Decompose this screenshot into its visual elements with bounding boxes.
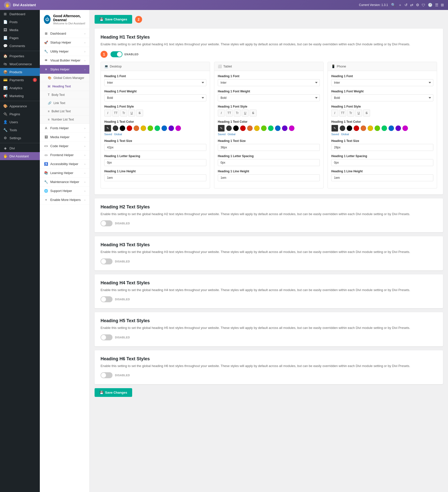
shield-icon[interactable]: 🛡 [422, 3, 425, 7]
desktop-font-select[interactable]: Inter [104, 79, 206, 86]
sub-nav-global-colors[interactable]: 🎨 Global Colors Manager [40, 74, 89, 82]
tablet-swatch-7[interactable] [268, 125, 274, 131]
h5-toggle[interactable] [101, 334, 112, 340]
phone-swatch-4[interactable] [361, 125, 366, 131]
underline-button-desktop[interactable]: U [128, 110, 135, 117]
sidebar-item-dashboard[interactable]: ⊞ Dashboard [0, 10, 40, 18]
phone-saved-link[interactable]: Saved [331, 133, 339, 136]
tablet-font-select[interactable]: Inter [218, 79, 320, 86]
phone-swatch-5[interactable] [368, 125, 373, 131]
desktop-eyedropper-btn[interactable]: ✎ [104, 125, 111, 132]
sidebar-item-media[interactable]: 🖼 Media [0, 26, 40, 34]
phone-swatch-6[interactable] [375, 125, 380, 131]
italic-button-phone[interactable]: I [331, 110, 338, 117]
uppercase-button-tablet[interactable]: TT [226, 110, 233, 117]
plugin-nav-accessibility-helper[interactable]: ♿ Accessibility Helper › [40, 160, 89, 169]
italic-button-tablet[interactable]: I [218, 110, 225, 117]
plugin-nav-styles-helper[interactable]: ≡ Styles Helper › [40, 65, 89, 74]
plugin-nav-frontend-helper[interactable]: ▭ Frontend Helper › [40, 151, 89, 160]
plugin-nav-code-helper[interactable]: <> Code Helper › [40, 142, 89, 151]
tablet-line-height-input[interactable] [218, 174, 320, 181]
tablet-global-link[interactable]: Global [227, 133, 235, 136]
h1-toggle[interactable] [111, 51, 122, 57]
sub-nav-body-text[interactable]: T Body Text [40, 91, 89, 99]
sidebar-item-divi[interactable]: ◈ Divi [0, 144, 40, 152]
phone-letter-spacing-input[interactable] [331, 159, 433, 166]
tablet-swatch-3[interactable] [240, 125, 246, 131]
phone-swatch-2[interactable] [347, 125, 352, 131]
strikethrough-button-tablet[interactable]: S [250, 110, 257, 117]
desktop-swatch-1[interactable] [113, 125, 118, 131]
sidebar-item-tools[interactable]: 🔧 Tools [0, 126, 40, 134]
sidebar-item-properties[interactable]: 🏠 Properties [0, 52, 40, 60]
plugin-nav-visual-builder[interactable]: 👁 Visual Builder Helper › [40, 56, 89, 65]
italic-button-desktop[interactable]: I [104, 110, 111, 117]
desktop-global-link[interactable]: Global [114, 133, 122, 136]
sidebar-item-payments[interactable]: 💳 Payments 1 [0, 76, 40, 84]
phone-eyedropper-btn[interactable]: ✎ [331, 125, 338, 132]
desktop-size-input[interactable] [104, 144, 206, 151]
tablet-swatch-9[interactable] [282, 125, 287, 131]
desktop-swatch-9[interactable] [168, 125, 174, 131]
uppercase-button-phone[interactable]: TT [339, 110, 346, 117]
desktop-font-weight-select[interactable]: Bold [104, 94, 206, 101]
capitalize-button-phone[interactable]: Tr [347, 110, 354, 117]
underline-button-tablet[interactable]: U [242, 110, 249, 117]
capitalize-button-tablet[interactable]: Tr [234, 110, 241, 117]
h6-toggle[interactable] [101, 372, 112, 378]
phone-swatch-7[interactable] [382, 125, 387, 131]
sidebar-item-users[interactable]: 👤 Users [0, 118, 40, 126]
desktop-swatch-3[interactable] [127, 125, 132, 131]
h4-toggle[interactable] [101, 296, 112, 302]
plugin-nav-utility-helper[interactable]: 🔧 Utility Helper › [40, 47, 89, 56]
desktop-swatch-7[interactable] [155, 125, 160, 131]
desktop-swatch-6[interactable] [148, 125, 153, 131]
add-icon[interactable]: ＋ [398, 3, 402, 7]
capitalize-button-desktop[interactable]: Tr [120, 110, 127, 117]
desktop-swatch-5[interactable] [141, 125, 146, 131]
sidebar-item-divi-assistant[interactable]: 🖐 Divi Assistant [0, 152, 40, 160]
phone-global-link[interactable]: Global [341, 133, 349, 136]
desktop-letter-spacing-input[interactable] [104, 159, 206, 166]
tablet-swatch-10[interactable] [289, 125, 294, 131]
clock-icon[interactable]: 🕐 [428, 3, 433, 7]
plugin-nav-enable-more[interactable]: + Enable More Helpers › [40, 195, 89, 204]
tablet-swatch-4[interactable] [247, 125, 253, 131]
desktop-swatch-4[interactable] [134, 125, 139, 131]
plugin-nav-learning-helper[interactable]: 📚 Learning Helper › [40, 169, 89, 178]
desktop-saved-link[interactable]: Saved [104, 133, 112, 136]
uppercase-button-desktop[interactable]: TT [112, 110, 119, 117]
phone-swatch-9[interactable] [395, 125, 401, 131]
refresh-icon[interactable]: ↺ [404, 3, 408, 7]
plugin-nav-maintenance-helper[interactable]: 🔧 Maintenance Helper › [40, 178, 89, 186]
transfer-icon[interactable]: ⇄ [410, 3, 413, 7]
sidebar-item-comments[interactable]: 💬 Comments [0, 42, 40, 50]
menu-icon[interactable]: ☰ [435, 3, 438, 7]
plugin-nav-startup-helper[interactable]: 🚀 Startup Helper › [40, 38, 89, 47]
tablet-letter-spacing-input[interactable] [218, 159, 320, 166]
plugin-nav-support-helper[interactable]: 🌐 Support Helper › [40, 186, 89, 195]
settings-icon[interactable]: ⚙ [416, 3, 419, 7]
sidebar-item-settings[interactable]: ⚙ Settings [0, 134, 40, 142]
sidebar-item-appearance[interactable]: 🎨 Appearance [0, 102, 40, 110]
sub-nav-bullet-list[interactable]: ≡ Bullet List Text [40, 107, 89, 116]
phone-swatch-8[interactable] [389, 125, 394, 131]
tablet-size-input[interactable] [218, 144, 320, 151]
phone-swatch-3[interactable] [354, 125, 359, 131]
grid-icon[interactable]: ⊞ [441, 3, 444, 7]
plugin-nav-dashboard[interactable]: ⊞ Dashboard › [40, 29, 89, 38]
tablet-swatch-1[interactable] [226, 125, 232, 131]
sidebar-item-products[interactable]: 📦 Products [0, 68, 40, 76]
sub-nav-heading-text[interactable]: H Heading Text [40, 82, 89, 91]
bottom-save-button[interactable]: 💾 Save Changes [95, 388, 132, 397]
desktop-swatch-2[interactable] [120, 125, 125, 131]
tablet-swatch-8[interactable] [275, 125, 280, 131]
save-changes-button[interactable]: 💾 Save Changes [95, 15, 132, 24]
plugin-nav-fonts-helper[interactable]: A Fonts Helper › [40, 124, 89, 133]
h2-toggle[interactable] [101, 220, 112, 226]
phone-line-height-input[interactable] [331, 174, 433, 181]
desktop-line-height-input[interactable] [104, 174, 206, 181]
desktop-swatch-10[interactable] [175, 125, 181, 131]
tablet-font-weight-select[interactable]: Bold [218, 94, 320, 101]
sub-nav-number-list[interactable]: ≡ Number List Text [40, 116, 89, 124]
